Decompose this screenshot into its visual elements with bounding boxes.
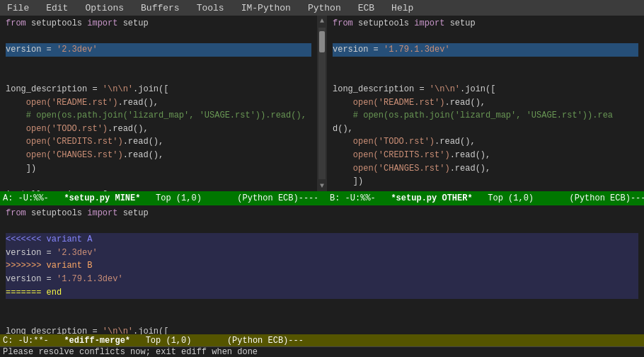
menu-options[interactable]: Options <box>81 1 128 15</box>
editor-area: from setuptools import setup version = '… <box>0 16 644 357</box>
menu-file[interactable]: File <box>3 1 33 15</box>
left-status-bar: A: -U:%%- *setup.py MINE* Top (1,0) (Pyt… <box>0 191 317 205</box>
menu-edit[interactable]: Edit <box>42 1 72 15</box>
menu-tools[interactable]: Tools <box>192 1 229 15</box>
status-divider <box>317 191 327 205</box>
left-pane[interactable]: from setuptools import setup version = '… <box>0 16 317 191</box>
top-status-bars: A: -U:%%- *setup.py MINE* Top (1,0) (Pyt… <box>0 191 644 205</box>
left-status-text: A: -U:%%- *setup.py MINE* Top (1,0) (Pyt… <box>3 193 317 203</box>
right-code: from setuptools import setup version = '… <box>327 16 644 191</box>
menu-help[interactable]: Help <box>387 1 418 15</box>
scroll-track[interactable] <box>318 28 326 179</box>
menu-bar: File Edit Options Buffers Tools IM-Pytho… <box>0 0 644 16</box>
menu-ecb[interactable]: ECB <box>354 1 379 15</box>
message-bar: Please resolve conflicts now; exit ediff… <box>0 346 644 357</box>
menu-python[interactable]: Python <box>304 1 345 15</box>
bottom-code: from setuptools import setup <<<<<<< var… <box>0 205 644 334</box>
scroll-up-arrow[interactable]: ▲ <box>318 16 326 26</box>
bottom-pane[interactable]: from setuptools import setup <<<<<<< var… <box>0 205 644 334</box>
left-code: from setuptools import setup version = '… <box>0 16 317 191</box>
right-status-text: B: -U:%%- *setup.py OTHER* Top (1,0) (Py… <box>330 193 644 203</box>
menu-im-python[interactable]: IM-Python <box>237 1 295 15</box>
right-pane[interactable]: from setuptools import setup version = '… <box>327 16 644 191</box>
top-panes: from setuptools import setup version = '… <box>0 16 644 191</box>
bottom-status-bar: C: -U:**- *ediff-merge* Top (1,0) (Pytho… <box>0 334 644 346</box>
right-status-bar: B: -U:%%- *setup.py OTHER* Top (1,0) (Py… <box>327 191 644 205</box>
scrollbar-divider[interactable]: ▲ ▼ <box>317 16 327 191</box>
menu-buffers[interactable]: Buffers <box>137 1 184 15</box>
bottom-status-text: C: -U:**- *ediff-merge* Top (1,0) (Pytho… <box>3 336 304 346</box>
scroll-down-arrow[interactable]: ▼ <box>318 181 326 191</box>
message-text: Please resolve conflicts now; exit ediff… <box>3 347 258 357</box>
scroll-thumb[interactable] <box>319 31 325 52</box>
